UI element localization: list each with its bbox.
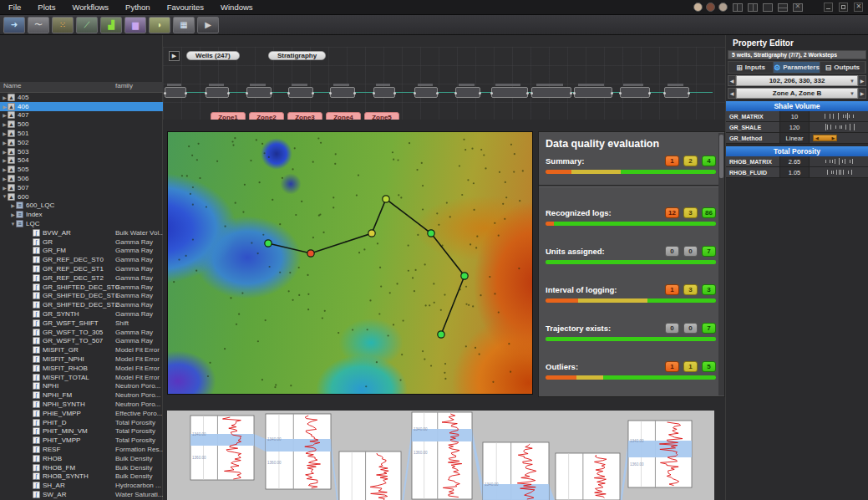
- expand-arrow-icon[interactable]: ▼: [10, 222, 16, 227]
- log-item-resf[interactable]: ∫RESFFormation Res...: [0, 445, 163, 454]
- workflow-node[interactable]: [165, 87, 186, 98]
- scatter-plot-icon[interactable]: ⁙: [52, 17, 74, 33]
- well-item-406[interactable]: ▶▲406: [0, 102, 163, 111]
- set-item-index[interactable]: ▶≡Index: [0, 210, 163, 219]
- count-badge-gray[interactable]: 0: [665, 323, 679, 334]
- count-badge-gray[interactable]: 0: [665, 246, 679, 257]
- well-item-407[interactable]: ▶▲407: [0, 111, 163, 120]
- expand-arrow-icon[interactable]: ▶: [2, 121, 8, 127]
- menu-python[interactable]: Python: [117, 0, 159, 15]
- workflow-node[interactable]: [414, 87, 438, 98]
- expand-arrow-icon[interactable]: ▼: [2, 194, 8, 199]
- data-table-icon[interactable]: ▦: [173, 17, 195, 33]
- log-item-gr_wsft_to_507[interactable]: ∫GR_WSFT_TO_507Gamma Ray: [0, 337, 163, 346]
- window-minimize-button[interactable]: [824, 3, 833, 12]
- well-marker[interactable]: [461, 273, 468, 279]
- log-item-misfit_nphi[interactable]: ∫MISFIT_NPHIModel Fit Error: [0, 355, 163, 364]
- log-item-gr_shifted_dec_st2[interactable]: ∫GR_SHIFTED_DEC_ST2Gamma Ray: [0, 300, 163, 309]
- parameter-slider[interactable]: [810, 111, 868, 121]
- log-item-sh_ar[interactable]: ∫SH_ARHydrocarbon ...: [0, 481, 163, 490]
- expand-arrow-icon[interactable]: ▶: [10, 212, 16, 217]
- layout-close-icon[interactable]: [793, 3, 803, 12]
- scrollbar-thumb[interactable]: [719, 135, 723, 178]
- wells-filter-pill[interactable]: Wells (247): [186, 51, 240, 60]
- log-item-gr_fm[interactable]: ∫GR_FMGamma Ray: [0, 247, 163, 256]
- log-item-misfit_gr[interactable]: ∫MISFIT_GRModel Fit Error: [0, 345, 163, 355]
- count-badge-green[interactable]: 86: [702, 207, 716, 218]
- log-item-rhob_synth[interactable]: ∫RHOB_SYNTHBulk Density: [0, 472, 163, 481]
- menu-file[interactable]: File: [0, 0, 29, 15]
- zone-node-zone2[interactable]: Zone2: [249, 112, 284, 120]
- count-badge-gray[interactable]: 0: [683, 323, 698, 334]
- zone-node-zone3[interactable]: Zone3: [287, 112, 322, 120]
- parameter-value[interactable]: 10: [779, 111, 810, 121]
- workflow-node[interactable]: [455, 87, 480, 98]
- log-correlation-canvas[interactable]: 1340.001360.001340.001360.001340.001360.…: [167, 411, 714, 500]
- well-item-503[interactable]: ▶▲503: [0, 147, 163, 156]
- parameter-slider[interactable]: ◀▶: [810, 133, 868, 143]
- log-item-bvw_ar[interactable]: ∫BVW_ARBulk Water Vol...: [0, 228, 163, 237]
- expand-arrow-icon[interactable]: ▶: [2, 130, 8, 136]
- pe-tab-parameters[interactable]: ⚙Parameters: [774, 62, 820, 73]
- log-track-panel[interactable]: 1340.001360.00: [412, 412, 472, 499]
- count-badge-green[interactable]: 7: [702, 246, 716, 257]
- log-item-phit_min_vm[interactable]: ∫PHIT_MIN_VMTotal Porosity: [0, 426, 163, 436]
- expand-arrow-icon[interactable]: ▶: [2, 166, 8, 172]
- count-badge-gray[interactable]: 0: [683, 246, 698, 257]
- stratigraphy-pill[interactable]: Stratigraphy: [268, 51, 326, 60]
- well-item-504[interactable]: ▶▲504: [0, 156, 163, 166]
- well-item-507[interactable]: ▶▲507: [0, 183, 163, 192]
- log-item-gr_ref_dec_st1[interactable]: ∫GR_REF_DEC_ST1Gamma Ray: [0, 264, 163, 273]
- log-item-nphi_synth[interactable]: ∫NPHI_SYNTHNeutron Poro...: [0, 400, 163, 409]
- parameter-value[interactable]: 1.05: [779, 167, 810, 177]
- workflow-canvas[interactable]: ▶ Wells (247) Stratigraphy Zone1Zone2Zon…: [163, 47, 725, 120]
- well-item-600[interactable]: ▼▲600: [0, 192, 163, 202]
- log-track-panel[interactable]: 1340.001360.00: [266, 414, 331, 489]
- log-item-gr_wsft_to_305[interactable]: ∫GR_WSFT_TO_305Gamma Ray: [0, 328, 163, 337]
- field-map[interactable]: [167, 131, 533, 395]
- selector-next-button[interactable]: ▶: [858, 75, 866, 86]
- log-item-gr_synth[interactable]: ∫GR_SYNTHGamma Ray: [0, 309, 163, 319]
- workflow-node[interactable]: [491, 87, 528, 98]
- workflow-node[interactable]: [664, 87, 689, 98]
- log-track-panel[interactable]: 1340.001360.00: [483, 442, 549, 500]
- expand-arrow-icon[interactable]: ▶: [2, 140, 8, 145]
- count-badge-yellow[interactable]: 2: [683, 156, 698, 166]
- expand-arrow-icon[interactable]: ▶: [2, 112, 8, 118]
- well-item-506[interactable]: ▶▲506: [0, 174, 163, 183]
- well-marker[interactable]: [368, 230, 375, 237]
- section-header-shale-volume[interactable]: Shale Volume: [726, 101, 868, 111]
- expand-arrow-icon[interactable]: ▶: [2, 157, 8, 163]
- workflow-node[interactable]: [620, 87, 650, 98]
- well-item-501[interactable]: ▶▲501: [0, 129, 163, 138]
- method-slider-handle[interactable]: ◀▶: [813, 135, 837, 141]
- menu-plots[interactable]: Plots: [29, 0, 63, 15]
- log-item-phit_d[interactable]: ∫PHIT_DTotal Porosity: [0, 418, 163, 427]
- color-map-icon[interactable]: ▆: [124, 17, 146, 33]
- parameter-slider[interactable]: [810, 156, 868, 166]
- log-item-gr_wsft_shift[interactable]: ∫GR_WSFT_SHIFTShift: [0, 319, 163, 328]
- selector-next-button[interactable]: ▶: [858, 88, 866, 99]
- zone-node-zone5[interactable]: Zone5: [364, 112, 399, 120]
- count-badge-orange[interactable]: 12: [665, 207, 679, 218]
- parameter-value[interactable]: 120: [779, 122, 810, 132]
- log-item-gr_ref_dec_st0[interactable]: ∫GR_REF_DEC_ST0Gamma Ray: [0, 255, 163, 264]
- selector-prev-button[interactable]: ◀: [728, 75, 736, 86]
- workflow-node[interactable]: [574, 87, 612, 98]
- import-arrow-icon[interactable]: ➜: [3, 17, 25, 33]
- log-item-sw_ar[interactable]: ∫SW_ARWater Saturati...: [0, 490, 163, 499]
- log-item-gr_ref_dec_st2[interactable]: ∫GR_REF_DEC_ST2Gamma Ray: [0, 273, 163, 283]
- count-badge-green[interactable]: 7: [702, 323, 716, 334]
- crossplot-icon[interactable]: ⟋: [76, 17, 98, 33]
- log-item-nphi_fm[interactable]: ∫NPHI_FMNeutron Poro...: [0, 390, 163, 400]
- ellipse-fit-icon[interactable]: ◗: [149, 17, 170, 33]
- log-item-misfit_rhob[interactable]: ∫MISFIT_RHOBModel Fit Error: [0, 364, 163, 373]
- window-maximize-button[interactable]: [839, 3, 848, 12]
- user-avatar-icon[interactable]: [718, 3, 728, 12]
- window-close-button[interactable]: [854, 3, 863, 12]
- workflow-node[interactable]: [246, 87, 272, 98]
- expand-arrow-icon[interactable]: ▶: [10, 202, 16, 208]
- quality-scrollbar[interactable]: [718, 133, 724, 395]
- parameter-value[interactable]: 2.65: [779, 156, 810, 166]
- well-item-405[interactable]: ▶▲405: [0, 93, 163, 102]
